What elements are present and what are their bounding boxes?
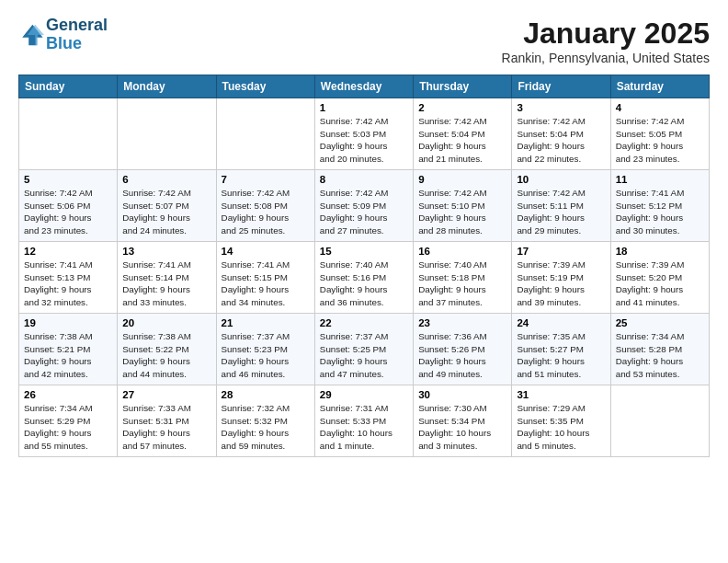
calendar-cell: 25Sunrise: 7:34 AMSunset: 5:28 PMDayligh… [610,314,709,385]
day-number: 31 [517,389,605,400]
calendar-cell: 15Sunrise: 7:40 AMSunset: 5:16 PMDayligh… [314,242,413,314]
calendar-week-4: 19Sunrise: 7:38 AMSunset: 5:21 PMDayligh… [19,314,710,385]
day-detail: Sunrise: 7:38 AMSunset: 5:21 PMDaylight:… [24,330,112,381]
calendar-cell: 17Sunrise: 7:39 AMSunset: 5:19 PMDayligh… [512,242,610,314]
day-number: 17 [517,246,605,257]
calendar-cell: 24Sunrise: 7:35 AMSunset: 5:27 PMDayligh… [512,314,610,385]
calendar-week-3: 12Sunrise: 7:41 AMSunset: 5:13 PMDayligh… [19,242,710,314]
day-detail: Sunrise: 7:30 AMSunset: 5:34 PMDaylight:… [418,402,506,453]
day-number: 28 [222,389,310,400]
day-number: 3 [517,102,605,113]
location: Rankin, Pennsylvania, United States [502,51,710,65]
day-number: 4 [616,102,704,113]
calendar-cell: 16Sunrise: 7:40 AMSunset: 5:18 PMDayligh… [414,242,512,314]
col-header-sunday: Sunday [19,75,118,98]
day-detail: Sunrise: 7:42 AMSunset: 5:04 PMDaylight:… [418,115,506,166]
day-number: 1 [320,102,408,113]
day-detail: Sunrise: 7:34 AMSunset: 5:28 PMDaylight:… [616,330,704,381]
day-detail: Sunrise: 7:36 AMSunset: 5:26 PMDaylight:… [418,330,506,381]
month-title: January 2025 [502,17,710,51]
day-detail: Sunrise: 7:42 AMSunset: 5:07 PMDaylight:… [122,187,210,237]
calendar-cell: 3Sunrise: 7:42 AMSunset: 5:04 PMDaylight… [512,98,610,170]
calendar-cell: 14Sunrise: 7:41 AMSunset: 5:15 PMDayligh… [216,242,314,314]
calendar-header-row: SundayMondayTuesdayWednesdayThursdayFrid… [19,75,710,98]
day-detail: Sunrise: 7:35 AMSunset: 5:27 PMDaylight:… [517,330,605,381]
calendar-cell: 31Sunrise: 7:29 AMSunset: 5:35 PMDayligh… [512,385,610,457]
calendar-cell: 12Sunrise: 7:41 AMSunset: 5:13 PMDayligh… [19,242,118,314]
day-number: 2 [418,102,506,113]
calendar-week-5: 26Sunrise: 7:34 AMSunset: 5:29 PMDayligh… [19,385,710,457]
calendar-cell: 18Sunrise: 7:39 AMSunset: 5:20 PMDayligh… [610,242,709,314]
page: General Blue January 2025 Rankin, Pennsy… [0,0,728,563]
day-detail: Sunrise: 7:40 AMSunset: 5:16 PMDaylight:… [320,259,408,309]
header: General Blue January 2025 Rankin, Pennsy… [18,17,710,65]
day-number: 21 [222,317,310,328]
day-number: 10 [517,174,605,185]
day-detail: Sunrise: 7:42 AMSunset: 5:11 PMDaylight:… [517,187,605,237]
calendar-cell: 2Sunrise: 7:42 AMSunset: 5:04 PMDaylight… [414,98,512,170]
day-detail: Sunrise: 7:32 AMSunset: 5:32 PMDaylight:… [222,402,310,453]
day-detail: Sunrise: 7:41 AMSunset: 5:14 PMDaylight:… [122,259,210,309]
day-number: 16 [418,246,506,257]
day-detail: Sunrise: 7:34 AMSunset: 5:29 PMDaylight:… [24,402,112,453]
calendar-cell [19,98,118,170]
day-detail: Sunrise: 7:42 AMSunset: 5:08 PMDaylight:… [222,187,310,237]
day-number: 12 [24,246,112,257]
day-detail: Sunrise: 7:41 AMSunset: 5:13 PMDaylight:… [24,259,112,309]
day-detail: Sunrise: 7:37 AMSunset: 5:25 PMDaylight:… [320,330,408,381]
col-header-tuesday: Tuesday [216,75,314,98]
day-number: 26 [24,389,112,400]
day-number: 23 [418,317,506,328]
col-header-saturday: Saturday [610,75,709,98]
day-detail: Sunrise: 7:42 AMSunset: 5:05 PMDaylight:… [616,115,704,166]
day-detail: Sunrise: 7:39 AMSunset: 5:19 PMDaylight:… [517,259,605,309]
calendar-cell: 8Sunrise: 7:42 AMSunset: 5:09 PMDaylight… [314,170,413,242]
calendar-cell: 13Sunrise: 7:41 AMSunset: 5:14 PMDayligh… [118,242,216,314]
calendar-cell: 26Sunrise: 7:34 AMSunset: 5:29 PMDayligh… [19,385,118,457]
day-number: 25 [616,317,704,328]
day-number: 7 [222,174,310,185]
day-number: 19 [24,317,112,328]
day-number: 24 [517,317,605,328]
calendar-cell: 22Sunrise: 7:37 AMSunset: 5:25 PMDayligh… [314,314,413,385]
day-number: 9 [418,174,506,185]
day-number: 13 [122,246,210,257]
logo-text: General Blue [46,17,108,53]
day-number: 18 [616,246,704,257]
title-block: January 2025 Rankin, Pennsylvania, Unite… [502,17,710,65]
day-detail: Sunrise: 7:31 AMSunset: 5:33 PMDaylight:… [320,402,408,453]
day-detail: Sunrise: 7:42 AMSunset: 5:06 PMDaylight:… [24,187,112,237]
day-detail: Sunrise: 7:39 AMSunset: 5:20 PMDaylight:… [616,259,704,309]
logo-line2: Blue [46,35,108,53]
calendar-cell: 1Sunrise: 7:42 AMSunset: 5:03 PMDaylight… [314,98,413,170]
day-detail: Sunrise: 7:29 AMSunset: 5:35 PMDaylight:… [517,402,605,453]
day-number: 6 [122,174,210,185]
calendar-cell: 27Sunrise: 7:33 AMSunset: 5:31 PMDayligh… [118,385,216,457]
calendar-cell: 28Sunrise: 7:32 AMSunset: 5:32 PMDayligh… [216,385,314,457]
calendar-cell: 29Sunrise: 7:31 AMSunset: 5:33 PMDayligh… [314,385,413,457]
col-header-friday: Friday [512,75,610,98]
day-detail: Sunrise: 7:38 AMSunset: 5:22 PMDaylight:… [122,330,210,381]
day-detail: Sunrise: 7:40 AMSunset: 5:18 PMDaylight:… [418,259,506,309]
day-number: 5 [24,174,112,185]
day-detail: Sunrise: 7:33 AMSunset: 5:31 PMDaylight:… [122,402,210,453]
calendar-cell: 10Sunrise: 7:42 AMSunset: 5:11 PMDayligh… [512,170,610,242]
day-detail: Sunrise: 7:41 AMSunset: 5:12 PMDaylight:… [616,187,704,237]
calendar-cell: 4Sunrise: 7:42 AMSunset: 5:05 PMDaylight… [610,98,709,170]
calendar-cell: 19Sunrise: 7:38 AMSunset: 5:21 PMDayligh… [19,314,118,385]
day-number: 8 [320,174,408,185]
day-number: 22 [320,317,408,328]
logo-icon [18,22,44,48]
calendar-cell: 11Sunrise: 7:41 AMSunset: 5:12 PMDayligh… [610,170,709,242]
calendar-cell [216,98,314,170]
calendar-cell: 7Sunrise: 7:42 AMSunset: 5:08 PMDaylight… [216,170,314,242]
calendar-cell [118,98,216,170]
calendar-cell [610,385,709,457]
day-detail: Sunrise: 7:42 AMSunset: 5:04 PMDaylight:… [517,115,605,166]
day-detail: Sunrise: 7:41 AMSunset: 5:15 PMDaylight:… [222,259,310,309]
day-number: 14 [222,246,310,257]
calendar-cell: 9Sunrise: 7:42 AMSunset: 5:10 PMDaylight… [414,170,512,242]
day-detail: Sunrise: 7:42 AMSunset: 5:10 PMDaylight:… [418,187,506,237]
day-detail: Sunrise: 7:42 AMSunset: 5:03 PMDaylight:… [320,115,408,166]
day-number: 30 [418,389,506,400]
